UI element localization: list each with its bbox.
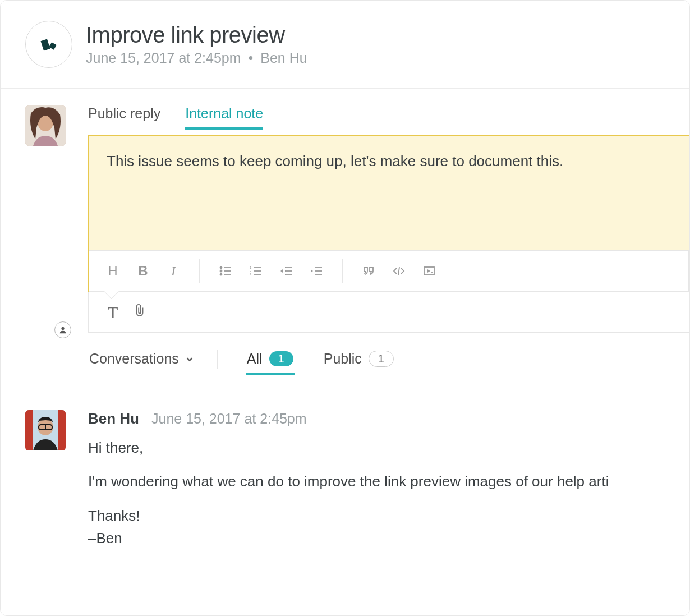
svg-rect-29 (58, 410, 66, 450)
filter-public[interactable]: Public 1 (323, 345, 395, 373)
svg-rect-28 (25, 410, 33, 450)
conversations-dropdown[interactable]: Conversations (89, 351, 195, 367)
filter-public-count: 1 (369, 351, 394, 367)
entry-header: Ben Hu June 15, 2017 at 2:45pm (88, 410, 689, 427)
entry-timestamp: June 15, 2017 at 2:45pm (151, 411, 307, 427)
entry-paragraph: Hi there, (88, 438, 689, 458)
bold-button[interactable]: B (135, 263, 151, 279)
svg-marker-25 (427, 269, 430, 273)
outdent-button[interactable] (278, 263, 294, 279)
ticket-timestamp: June 15, 2017 at 2:45pm (86, 50, 241, 66)
entry-paragraph: –Ben (88, 528, 689, 548)
header-text: Improve link preview June 15, 2017 at 2:… (86, 22, 307, 66)
tab-internal-note[interactable]: Internal note (185, 105, 263, 130)
numbered-list-button[interactable]: 123 (248, 263, 264, 279)
compose-area: Public reply Internal note This issue se… (1, 89, 689, 333)
svg-point-7 (220, 270, 222, 272)
agent-avatar (25, 105, 66, 146)
entry-body: Ben Hu June 15, 2017 at 2:45pm Hi there,… (88, 410, 689, 549)
compose-tabs: Public reply Internal note (88, 105, 689, 135)
entry-paragraph: I'm wondering what we can do to improve … (88, 471, 689, 491)
note-input[interactable]: This issue seems to keep coming up, let'… (107, 153, 671, 239)
entry-avatar-wrap (25, 410, 66, 549)
embed-button[interactable] (421, 263, 437, 279)
text-format-toggle[interactable]: T (108, 303, 118, 322)
attachment-button[interactable] (134, 303, 146, 321)
toolbar-separator (342, 259, 343, 283)
agent-avatar-wrap (25, 105, 66, 333)
svg-text:3: 3 (250, 273, 252, 276)
italic-button[interactable]: I (165, 263, 181, 279)
chevron-down-icon (185, 354, 195, 364)
compose-footer-bar: T (88, 292, 689, 333)
toolbar-separator (199, 259, 200, 283)
heading-button[interactable]: H (105, 263, 121, 279)
svg-point-9 (220, 274, 222, 275)
tab-public-reply[interactable]: Public reply (88, 105, 160, 127)
agent-badge (54, 321, 71, 338)
ticket-author: Ben Hu (260, 50, 307, 66)
ticket-meta: June 15, 2017 at 2:45pm • Ben Hu (86, 50, 307, 66)
conversations-label: Conversations (89, 351, 179, 367)
svg-point-4 (61, 327, 64, 330)
quote-button[interactable] (361, 263, 376, 279)
entry-avatar (25, 410, 66, 450)
ticket-header: Improve link preview June 15, 2017 at 2:… (1, 1, 689, 89)
entry-author: Ben Hu (88, 410, 139, 427)
format-toolbar: H B I 123 (89, 250, 689, 292)
ticket-card: Improve link preview June 15, 2017 at 2:… (0, 0, 690, 616)
internal-note-box: This issue seems to keep coming up, let'… (88, 135, 689, 292)
filter-all-count: 1 (269, 351, 293, 366)
filter-all[interactable]: All 1 (246, 345, 295, 375)
svg-point-5 (220, 267, 222, 269)
org-avatar (25, 21, 72, 68)
indent-button[interactable] (309, 263, 324, 279)
filter-separator (217, 350, 218, 369)
svg-rect-0 (41, 39, 50, 51)
ticket-title: Improve link preview (86, 22, 307, 48)
conversation-filters: Conversations All 1 Public 1 (1, 333, 689, 385)
code-button[interactable] (391, 263, 407, 279)
filter-public-label: Public (324, 351, 362, 367)
bullet-list-button[interactable] (218, 263, 233, 279)
entry-paragraph: Thanks! (88, 505, 689, 526)
filter-all-label: All (247, 351, 263, 367)
svg-line-23 (398, 267, 399, 275)
conversation-entry: Ben Hu June 15, 2017 at 2:45pm Hi there,… (1, 385, 689, 549)
meta-separator: • (249, 50, 254, 66)
compose-body: Public reply Internal note This issue se… (88, 105, 689, 333)
